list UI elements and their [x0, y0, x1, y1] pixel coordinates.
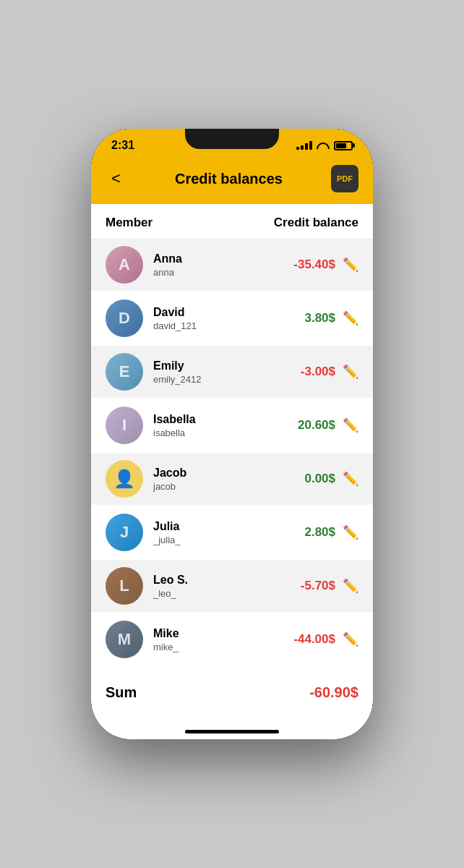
members-list: A Anna anna -35.40$ ✏️ D David david_121… [91, 239, 373, 665]
member-username: isabella [153, 427, 298, 438]
member-row: M Mike mike_ -44.00$ ✏️ [91, 613, 373, 665]
edit-icon[interactable]: ✏️ [343, 310, 358, 326]
avatar: M [106, 621, 143, 658]
member-balance: -3.00$ [301, 365, 335, 379]
signal-icon [296, 141, 312, 150]
member-name: Emily [153, 359, 301, 373]
pdf-button[interactable]: PDF [331, 165, 358, 192]
back-button[interactable]: < [106, 166, 126, 191]
member-balance: -44.00$ [293, 632, 335, 647]
member-name: Leo S. [153, 574, 301, 587]
member-username: _leo_ [153, 588, 301, 599]
member-info: Anna anna [143, 252, 293, 278]
avatar-initials: J [106, 514, 143, 551]
wifi-icon [317, 140, 330, 150]
member-info: Leo S. _leo_ [143, 574, 301, 599]
member-row: J Julia _julia_ 2.80$ ✏️ [91, 506, 373, 558]
notch [185, 129, 279, 149]
avatar-initials: L [106, 567, 143, 605]
avatar-initials: M [106, 621, 143, 658]
edit-icon[interactable]: ✏️ [343, 257, 358, 273]
edit-icon[interactable]: ✏️ [343, 471, 358, 487]
avatar: D [106, 299, 143, 337]
member-info: Mike mike_ [143, 627, 293, 652]
member-row: L Leo S. _leo_ -5.70$ ✏️ [91, 560, 373, 612]
avatar-initials: D [106, 299, 143, 337]
member-username: emily_2412 [153, 374, 301, 385]
member-username: mike_ [153, 642, 293, 652]
person-icon: 👤 [113, 469, 135, 489]
edit-icon[interactable]: ✏️ [343, 417, 358, 433]
avatar-initials: I [106, 407, 143, 444]
member-balance: 3.80$ [304, 311, 335, 326]
content: Member Credit balance A Anna anna -35.40… [91, 204, 373, 715]
member-info: Julia _julia_ [143, 520, 304, 545]
avatar-initials: A [106, 246, 143, 284]
member-name: Isabella [153, 413, 298, 426]
column-headers: Member Credit balance [91, 204, 373, 239]
sum-value: -60.90$ [309, 684, 358, 701]
sum-label: Sum [106, 684, 137, 701]
member-balance: 2.80$ [304, 525, 335, 540]
avatar: J [106, 514, 143, 551]
member-name: Anna [153, 252, 293, 265]
phone-frame: 2:31 < Credit balances PDF [91, 129, 373, 739]
edit-icon[interactable]: ✏️ [343, 524, 358, 540]
member-name: Jacob [153, 467, 304, 480]
member-row: I Isabella isabella 20.60$ ✏️ [91, 399, 373, 451]
edit-icon[interactable]: ✏️ [343, 578, 358, 594]
member-row: 👤 Jacob jacob 0.00$ ✏️ [91, 453, 373, 505]
member-username: anna [153, 267, 293, 278]
member-info: David david_121 [143, 306, 304, 331]
sum-row: Sum -60.90$ [91, 667, 373, 715]
member-info: Isabella isabella [143, 413, 298, 438]
edit-icon[interactable]: ✏️ [343, 631, 358, 647]
phone-screen: 2:31 < Credit balances PDF [91, 129, 373, 739]
avatar-initials: E [106, 353, 143, 391]
member-row: E Emily emily_2412 -3.00$ ✏️ [91, 346, 373, 398]
member-info: Emily emily_2412 [143, 359, 301, 385]
member-balance: -35.40$ [293, 258, 335, 272]
status-time: 2:31 [111, 139, 134, 152]
battery-fill [336, 143, 346, 148]
pdf-label: PDF [337, 174, 353, 183]
avatar: E [106, 353, 143, 391]
member-column-header: Member [106, 216, 152, 230]
status-icons [296, 140, 353, 150]
member-name: David [153, 306, 304, 319]
avatar: L [106, 567, 143, 605]
edit-icon[interactable]: ✏️ [343, 364, 358, 380]
home-bar [185, 730, 279, 733]
member-balance: 0.00$ [304, 472, 335, 486]
member-row: D David david_121 3.80$ ✏️ [91, 292, 373, 344]
member-name: Julia [153, 520, 304, 533]
member-info: Jacob jacob [143, 467, 304, 492]
page-title: Credit balances [175, 171, 283, 187]
home-indicator [91, 715, 373, 739]
credit-column-header: Credit balance [274, 216, 358, 230]
member-username: jacob [153, 481, 304, 492]
member-balance: -5.70$ [301, 579, 335, 593]
member-username: david_121 [153, 320, 304, 331]
member-balance: 20.60$ [298, 418, 335, 433]
avatar: A [106, 246, 143, 284]
avatar: 👤 [106, 460, 143, 498]
member-name: Mike [153, 627, 293, 640]
avatar: I [106, 407, 143, 444]
app-header: < Credit balances PDF [91, 156, 373, 204]
member-username: _julia_ [153, 535, 304, 545]
battery-icon [334, 141, 353, 150]
member-row: A Anna anna -35.40$ ✏️ [91, 239, 373, 291]
